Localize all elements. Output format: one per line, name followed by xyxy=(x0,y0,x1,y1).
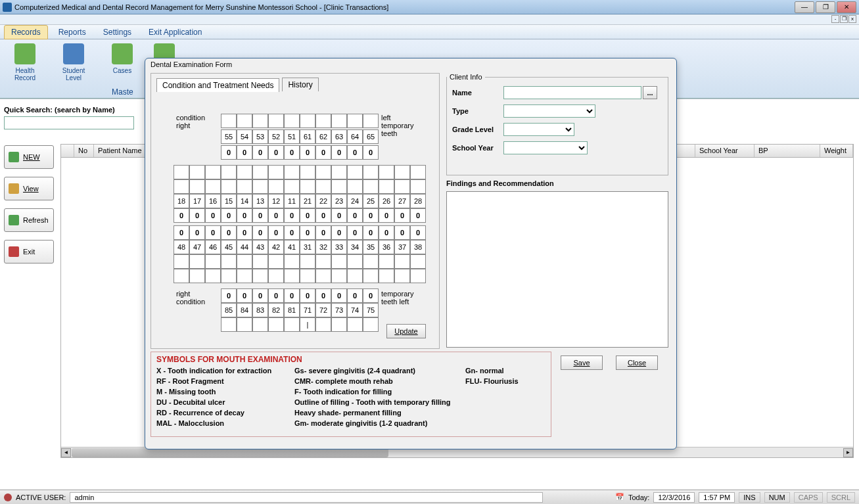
tooth-input[interactable] xyxy=(394,254,410,269)
tooth-input[interactable] xyxy=(252,165,268,179)
view-button[interactable]: View xyxy=(4,177,54,200)
tooth-input[interactable] xyxy=(237,317,252,332)
ribbon-health-record[interactable]: Health Record xyxy=(5,42,45,81)
tooth-input[interactable] xyxy=(284,179,300,194)
tooth-input[interactable] xyxy=(174,165,189,179)
col-no[interactable]: No xyxy=(74,145,94,157)
menu-reports[interactable]: Reports xyxy=(52,26,93,39)
tooth-input[interactable] xyxy=(363,114,379,128)
tooth-input[interactable] xyxy=(284,317,300,332)
update-button[interactable]: Update xyxy=(386,324,426,338)
menu-exit[interactable]: Exit Application xyxy=(142,26,208,39)
tooth-input[interactable] xyxy=(315,317,331,332)
tooth-input[interactable] xyxy=(252,254,268,269)
tooth-input[interactable] xyxy=(300,269,315,283)
tooth-input[interactable]: | xyxy=(300,317,315,332)
tooth-input[interactable] xyxy=(394,179,410,194)
tooth-input[interactable] xyxy=(284,269,300,283)
tooth-input[interactable] xyxy=(268,114,284,128)
tooth-input[interactable] xyxy=(379,179,394,194)
tooth-input[interactable] xyxy=(331,179,347,194)
tooth-input[interactable] xyxy=(410,269,426,283)
tooth-input[interactable] xyxy=(189,179,205,194)
tooth-input[interactable] xyxy=(221,114,237,128)
tooth-input[interactable] xyxy=(363,165,379,179)
mdi-restore-button[interactable]: ❐ xyxy=(840,15,848,23)
tooth-input[interactable] xyxy=(189,269,205,283)
tooth-input[interactable] xyxy=(268,165,284,179)
col-selector[interactable] xyxy=(61,145,74,157)
tooth-input[interactable] xyxy=(410,165,426,179)
tooth-input[interactable] xyxy=(221,269,237,283)
tooth-input[interactable] xyxy=(221,165,237,179)
tooth-input[interactable] xyxy=(221,254,237,269)
tooth-input[interactable] xyxy=(221,317,237,332)
col-bp[interactable]: BP xyxy=(755,145,820,157)
tooth-input[interactable] xyxy=(189,254,205,269)
col-school-year[interactable]: School Year xyxy=(695,145,755,157)
tooth-input[interactable] xyxy=(363,317,379,332)
tooth-input[interactable] xyxy=(205,179,221,194)
new-button[interactable]: NEW xyxy=(4,145,54,169)
tooth-input[interactable] xyxy=(205,269,221,283)
tooth-input[interactable] xyxy=(237,165,252,179)
tooth-input[interactable] xyxy=(174,254,189,269)
tooth-input[interactable] xyxy=(189,165,205,179)
tooth-input[interactable] xyxy=(284,254,300,269)
tooth-input[interactable] xyxy=(205,165,221,179)
tooth-input[interactable] xyxy=(300,254,315,269)
year-select[interactable] xyxy=(503,141,588,154)
menu-settings[interactable]: Settings xyxy=(97,26,138,39)
tooth-input[interactable] xyxy=(252,317,268,332)
tooth-input[interactable] xyxy=(205,254,221,269)
tooth-input[interactable] xyxy=(237,254,252,269)
browse-client-button[interactable]: ... xyxy=(643,86,657,99)
scroll-right-arrow-icon[interactable]: ► xyxy=(843,448,853,457)
col-weight[interactable]: Weight xyxy=(820,145,853,157)
tooth-input[interactable] xyxy=(394,269,410,283)
scroll-left-arrow-icon[interactable]: ◄ xyxy=(61,448,71,457)
tooth-input[interactable] xyxy=(331,165,347,179)
tooth-input[interactable] xyxy=(347,165,363,179)
tooth-input[interactable] xyxy=(252,114,268,128)
tooth-input[interactable] xyxy=(331,317,347,332)
tooth-input[interactable] xyxy=(284,114,300,128)
tooth-input[interactable] xyxy=(315,254,331,269)
maximize-button[interactable]: ❐ xyxy=(816,1,835,13)
tooth-input[interactable] xyxy=(268,317,284,332)
tooth-input[interactable] xyxy=(331,269,347,283)
tooth-input[interactable] xyxy=(315,269,331,283)
tooth-input[interactable] xyxy=(410,254,426,269)
tooth-input[interactable] xyxy=(300,165,315,179)
tooth-input[interactable] xyxy=(300,179,315,194)
menu-records[interactable]: Records xyxy=(4,25,48,39)
findings-textarea[interactable] xyxy=(446,191,668,348)
tooth-input[interactable] xyxy=(268,179,284,194)
mdi-minimize-button[interactable]: - xyxy=(831,15,839,23)
tooth-input[interactable] xyxy=(379,269,394,283)
tooth-input[interactable] xyxy=(347,269,363,283)
tooth-input[interactable] xyxy=(237,179,252,194)
tab-history[interactable]: History xyxy=(282,78,318,91)
name-input[interactable] xyxy=(503,86,641,99)
type-select[interactable] xyxy=(503,104,595,118)
close-window-button[interactable]: ✕ xyxy=(837,1,856,13)
ribbon-student-level[interactable]: Student Level xyxy=(54,42,93,81)
tooth-input[interactable] xyxy=(174,269,189,283)
tooth-input[interactable] xyxy=(331,254,347,269)
minimize-button[interactable]: — xyxy=(795,1,814,13)
tooth-input[interactable] xyxy=(268,254,284,269)
grade-select[interactable] xyxy=(503,123,574,136)
tooth-input[interactable] xyxy=(331,114,347,128)
tooth-input[interactable] xyxy=(237,269,252,283)
tooth-input[interactable] xyxy=(315,179,331,194)
save-button[interactable]: Save xyxy=(561,355,603,370)
tooth-input[interactable] xyxy=(379,165,394,179)
tooth-input[interactable] xyxy=(394,165,410,179)
quick-search-input[interactable] xyxy=(4,116,134,129)
tooth-input[interactable] xyxy=(363,254,379,269)
mdi-close-button[interactable]: x xyxy=(848,15,856,23)
exit-button[interactable]: Exit xyxy=(4,240,54,263)
refresh-button[interactable]: Refresh xyxy=(4,208,54,232)
tooth-input[interactable] xyxy=(221,179,237,194)
